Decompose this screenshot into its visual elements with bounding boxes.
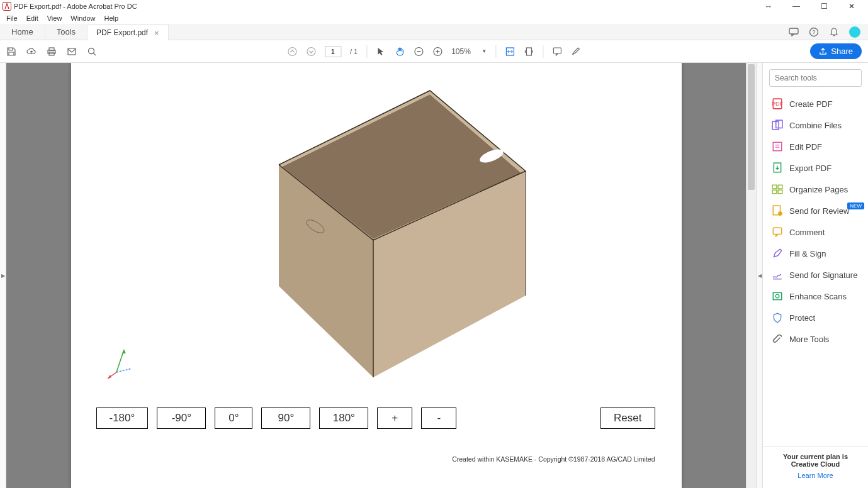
- tool-comment[interactable]: Comment: [763, 221, 868, 243]
- tool-icon: [772, 184, 783, 195]
- window-minimize-button[interactable]: —: [782, 0, 810, 13]
- angle-btn-neg90[interactable]: -90°: [157, 408, 206, 429]
- angle-btn-plus[interactable]: +: [377, 408, 412, 429]
- svg-rect-44: [778, 185, 782, 189]
- hand-tool-icon[interactable]: [395, 47, 405, 57]
- zoom-value[interactable]: 105%: [451, 47, 473, 56]
- fit-width-icon[interactable]: [505, 47, 515, 57]
- tool-export-pdf[interactable]: Export PDF: [763, 157, 868, 179]
- email-icon[interactable]: [67, 47, 77, 57]
- tool-send-for-signature[interactable]: Send for Signature: [763, 264, 868, 286]
- tool-label: Enhance Scans: [789, 292, 847, 301]
- tab-home[interactable]: Home: [0, 24, 45, 40]
- page-up-icon[interactable]: [287, 47, 297, 57]
- learn-more-link[interactable]: Learn More: [773, 472, 858, 479]
- svg-point-10: [288, 47, 296, 55]
- angle-btn-90[interactable]: 90°: [261, 408, 310, 429]
- tool-protect[interactable]: Protect: [763, 307, 868, 328]
- menu-edit[interactable]: Edit: [23, 14, 42, 22]
- main-area: ▶: [0, 63, 868, 488]
- angle-btn-neg180[interactable]: -180°: [96, 408, 149, 429]
- reset-button[interactable]: Reset: [600, 408, 655, 429]
- tool-label: Protect: [789, 313, 815, 323]
- document-viewport[interactable]: -180° -90° 0° 90° 180° + - Reset Created…: [6, 63, 746, 488]
- plan-info: Your current plan is Creative Cloud Lear…: [763, 446, 868, 488]
- share-button[interactable]: Share: [810, 43, 862, 59]
- menu-view[interactable]: View: [43, 14, 66, 22]
- svg-rect-45: [772, 190, 777, 194]
- tools-search-input[interactable]: [769, 69, 862, 87]
- svg-marker-34: [108, 375, 111, 379]
- cloud-upload-icon[interactable]: [26, 47, 37, 57]
- right-panel-toggle[interactable]: ◀: [756, 63, 762, 488]
- tool-combine-files[interactable]: Combine Files: [763, 114, 868, 136]
- tool-icon: [772, 291, 783, 302]
- menu-window[interactable]: Window: [67, 14, 99, 22]
- svg-marker-33: [122, 350, 126, 353]
- tool-enhance-scans[interactable]: Enhance Scans: [763, 286, 868, 307]
- angle-btn-minus[interactable]: -: [421, 408, 456, 429]
- window-close-button[interactable]: ✕: [838, 0, 865, 13]
- box-3d-illustration: [241, 75, 594, 377]
- angle-btn-180[interactable]: 180°: [319, 408, 368, 429]
- angle-btn-0[interactable]: 0°: [215, 408, 252, 429]
- svg-rect-7: [68, 48, 76, 55]
- scrollbar-thumb[interactable]: [748, 64, 755, 190]
- svg-line-9: [94, 53, 96, 55]
- svg-rect-19: [553, 48, 561, 53]
- tab-close-icon[interactable]: ×: [154, 28, 159, 38]
- tool-send-for-review[interactable]: Send for ReviewNEW: [763, 200, 868, 221]
- svg-rect-43: [772, 185, 777, 189]
- tool-fill-sign[interactable]: Fill & Sign: [763, 243, 868, 264]
- zoom-dropdown-icon[interactable]: ▼: [482, 48, 487, 54]
- print-icon[interactable]: [47, 47, 57, 57]
- tool-label: Combine Files: [789, 121, 842, 130]
- tools-panel: PDFCreate PDFCombine FilesEdit PDFExport…: [762, 63, 868, 488]
- zoom-in-icon[interactable]: [432, 47, 442, 57]
- tool-icon: [772, 248, 783, 259]
- menu-help[interactable]: Help: [100, 14, 122, 22]
- tool-label: Edit PDF: [789, 142, 822, 152]
- tool-label: Comment: [789, 228, 825, 237]
- tool-icon: [772, 141, 783, 152]
- highlight-icon[interactable]: [571, 47, 581, 57]
- vertical-scrollbar[interactable]: [746, 63, 756, 488]
- help-icon[interactable]: ?: [809, 27, 819, 37]
- tool-icon: [772, 226, 783, 238]
- chat-icon[interactable]: [789, 27, 799, 37]
- tab-document[interactable]: PDF Export.pdf ×: [87, 25, 169, 40]
- tool-label: More Tools: [789, 335, 829, 344]
- tab-row: Home Tools PDF Export.pdf × ?: [0, 24, 868, 40]
- window-maximize-button[interactable]: ☐: [810, 0, 838, 13]
- tab-tools[interactable]: Tools: [45, 24, 87, 40]
- tool-icon: [772, 119, 783, 131]
- window-controls: ↔ — ☐ ✕: [755, 0, 865, 13]
- page-number-input[interactable]: [325, 46, 341, 57]
- select-tool-icon[interactable]: [376, 47, 386, 57]
- tool-edit-pdf[interactable]: Edit PDF: [763, 136, 868, 157]
- comment-icon[interactable]: [552, 47, 562, 57]
- save-icon[interactable]: [6, 47, 16, 57]
- window-fullwidth-button[interactable]: ↔: [755, 0, 782, 13]
- tool-more-tools[interactable]: More Tools: [763, 328, 868, 350]
- menu-file[interactable]: File: [3, 14, 21, 22]
- window-title: PDF Export.pdf - Adobe Acrobat Pro DC: [14, 3, 137, 10]
- menubar: File Edit View Window Help: [0, 13, 868, 24]
- user-avatar[interactable]: [849, 26, 860, 38]
- tool-label: Fill & Sign: [789, 249, 826, 258]
- notifications-icon[interactable]: [829, 27, 839, 37]
- tool-create-pdf[interactable]: PDFCreate PDF: [763, 93, 868, 114]
- left-panel-toggle[interactable]: ▶: [0, 63, 6, 488]
- svg-rect-51: [773, 292, 782, 299]
- fit-page-icon[interactable]: [524, 47, 534, 57]
- svg-point-48: [778, 211, 782, 216]
- svg-point-11: [307, 47, 315, 55]
- page-down-icon[interactable]: [306, 47, 316, 57]
- page-total: / 1: [350, 48, 358, 55]
- tool-label: Create PDF: [789, 99, 833, 109]
- zoom-out-icon[interactable]: [414, 47, 424, 57]
- search-icon[interactable]: [87, 47, 97, 57]
- svg-text:?: ?: [812, 29, 815, 35]
- axis-gizmo: [105, 347, 135, 380]
- tool-organize-pages[interactable]: Organize Pages: [763, 179, 868, 200]
